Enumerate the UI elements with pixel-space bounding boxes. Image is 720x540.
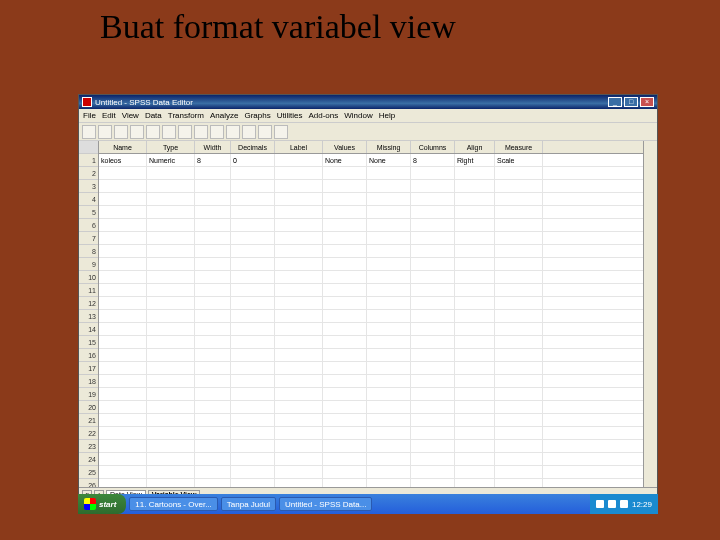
cell[interactable]	[147, 219, 195, 231]
tool-weight[interactable]	[226, 125, 240, 139]
cell[interactable]	[275, 258, 323, 270]
cell[interactable]	[275, 297, 323, 309]
tool-open[interactable]	[82, 125, 96, 139]
row-header[interactable]: 5	[79, 206, 98, 219]
cell[interactable]	[455, 206, 495, 218]
cell[interactable]	[275, 453, 323, 465]
cell[interactable]	[231, 466, 275, 478]
cell[interactable]	[147, 414, 195, 426]
cell[interactable]	[495, 427, 543, 439]
row-header[interactable]: 19	[79, 388, 98, 401]
cell[interactable]	[99, 453, 147, 465]
cell[interactable]	[195, 258, 231, 270]
cell[interactable]	[411, 453, 455, 465]
cell[interactable]	[411, 180, 455, 192]
cell[interactable]	[231, 271, 275, 283]
cell[interactable]	[147, 479, 195, 487]
cell[interactable]	[455, 401, 495, 413]
cell[interactable]	[323, 180, 367, 192]
cell[interactable]	[455, 284, 495, 296]
cell[interactable]	[323, 284, 367, 296]
cell[interactable]	[367, 232, 411, 244]
cell[interactable]	[195, 401, 231, 413]
cell[interactable]	[147, 167, 195, 179]
cell[interactable]	[495, 466, 543, 478]
row-header[interactable]: 26	[79, 479, 98, 487]
row-header[interactable]: 23	[79, 440, 98, 453]
row-header[interactable]: 11	[79, 284, 98, 297]
cell[interactable]	[455, 388, 495, 400]
tool-goto[interactable]	[162, 125, 176, 139]
cell[interactable]	[323, 310, 367, 322]
cell[interactable]	[147, 258, 195, 270]
cell[interactable]	[195, 297, 231, 309]
tool-insert[interactable]	[194, 125, 208, 139]
cell[interactable]	[455, 427, 495, 439]
cell[interactable]	[99, 414, 147, 426]
cell[interactable]	[323, 245, 367, 257]
cell[interactable]	[367, 180, 411, 192]
cell[interactable]	[411, 193, 455, 205]
cell[interactable]	[455, 167, 495, 179]
cell[interactable]	[195, 336, 231, 348]
row-header[interactable]: 13	[79, 310, 98, 323]
row-header[interactable]: 12	[79, 297, 98, 310]
cell[interactable]: koleos	[99, 154, 147, 166]
cell[interactable]	[231, 362, 275, 374]
cell[interactable]	[495, 297, 543, 309]
cell[interactable]	[195, 284, 231, 296]
cell[interactable]	[275, 388, 323, 400]
cell[interactable]	[455, 414, 495, 426]
tool-sets[interactable]	[274, 125, 288, 139]
cell[interactable]	[455, 466, 495, 478]
tray-icon[interactable]	[596, 500, 604, 508]
cell[interactable]	[99, 258, 147, 270]
cell[interactable]	[195, 271, 231, 283]
cell[interactable]	[275, 414, 323, 426]
cell[interactable]	[231, 219, 275, 231]
cell[interactable]	[411, 427, 455, 439]
cell[interactable]	[411, 284, 455, 296]
cell[interactable]	[323, 414, 367, 426]
cell[interactable]	[275, 310, 323, 322]
cell[interactable]	[147, 193, 195, 205]
cell[interactable]	[323, 167, 367, 179]
cell[interactable]	[455, 193, 495, 205]
cell[interactable]	[99, 349, 147, 361]
cell[interactable]	[411, 375, 455, 387]
cell[interactable]	[231, 310, 275, 322]
cell[interactable]	[231, 479, 275, 487]
cell[interactable]	[275, 323, 323, 335]
cell[interactable]	[195, 375, 231, 387]
cell[interactable]	[275, 167, 323, 179]
cell[interactable]	[323, 388, 367, 400]
cell[interactable]	[147, 466, 195, 478]
cell[interactable]	[495, 401, 543, 413]
cell[interactable]	[99, 375, 147, 387]
cell[interactable]	[231, 401, 275, 413]
cell[interactable]: Numeric	[147, 154, 195, 166]
cell[interactable]	[195, 388, 231, 400]
cell[interactable]	[495, 258, 543, 270]
cell[interactable]	[367, 440, 411, 452]
cell[interactable]	[147, 453, 195, 465]
cell[interactable]	[99, 479, 147, 487]
row-header[interactable]: 1	[79, 154, 98, 167]
cell[interactable]	[99, 232, 147, 244]
cell[interactable]	[495, 414, 543, 426]
cell[interactable]	[231, 284, 275, 296]
cell[interactable]: 8	[411, 154, 455, 166]
cell[interactable]	[367, 375, 411, 387]
start-button[interactable]: start	[78, 494, 126, 514]
vertical-scrollbar[interactable]	[643, 141, 657, 487]
cell[interactable]	[495, 349, 543, 361]
cell[interactable]	[495, 323, 543, 335]
menu-edit[interactable]: Edit	[102, 111, 116, 120]
cell[interactable]	[367, 466, 411, 478]
cell[interactable]	[231, 206, 275, 218]
cell[interactable]	[495, 180, 543, 192]
cell[interactable]	[231, 167, 275, 179]
cell[interactable]	[455, 219, 495, 231]
row-header[interactable]: 17	[79, 362, 98, 375]
cell[interactable]	[275, 284, 323, 296]
